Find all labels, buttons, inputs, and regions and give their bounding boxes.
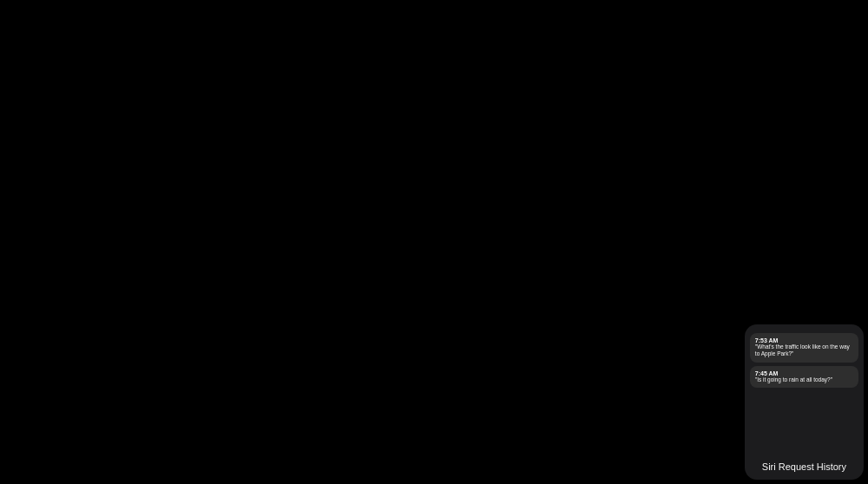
siri-text-2: "Is it going to rain at all today?": [755, 376, 853, 383]
siri-inner: 7:53 AM "What's the traffic look like on…: [750, 331, 858, 457]
card-siri: 7:53 AM "What's the traffic look like on…: [745, 324, 864, 480]
siri-message-2: 7:45 AM "Is it going to rain at all toda…: [750, 366, 858, 388]
main-grid: 7:53 AM "What's the traffic look like on…: [0, 0, 868, 484]
siri-text-1: "What's the traffic look like on the way…: [755, 343, 853, 358]
siri-message-1: 7:53 AM "What's the traffic look like on…: [750, 333, 858, 363]
siri-time-1: 7:53 AM: [755, 337, 853, 343]
siri-time-2: 7:45 AM: [755, 370, 853, 376]
siri-label: Siri Request History: [762, 461, 846, 473]
